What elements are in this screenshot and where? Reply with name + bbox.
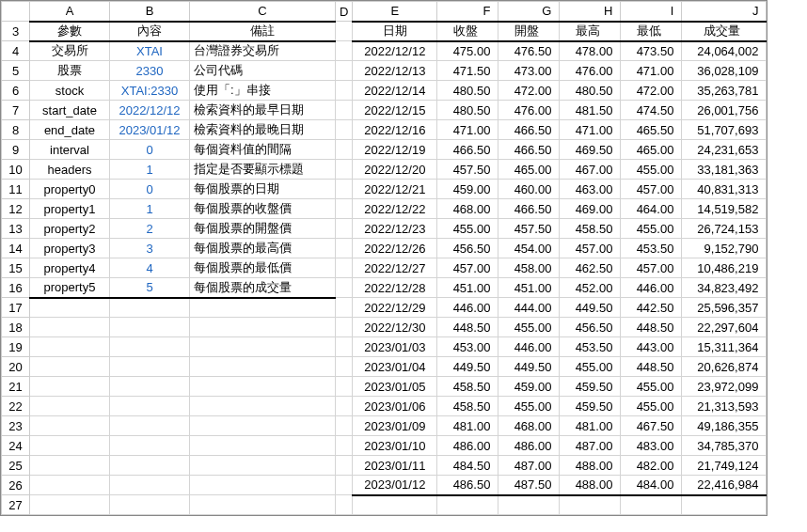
cell-I12[interactable]: 464.00 (621, 199, 682, 219)
cell-H19[interactable]: 453.50 (560, 337, 621, 357)
cell-E27[interactable] (353, 495, 437, 515)
cell-H3[interactable]: 最高 (560, 22, 621, 41)
cell-D6[interactable] (336, 81, 353, 101)
cell-J17[interactable]: 25,596,357 (682, 298, 767, 318)
cell-D12[interactable] (336, 199, 353, 219)
cell-F6[interactable]: 480.50 (437, 81, 498, 101)
cell-C13[interactable]: 每個股票的開盤價 (190, 219, 336, 239)
row-header[interactable]: 11 (2, 180, 30, 199)
cell-H4[interactable]: 478.00 (560, 41, 621, 61)
col-header-B[interactable]: B (110, 2, 190, 22)
cell-E21[interactable]: 2023/01/05 (353, 377, 437, 397)
cell-D18[interactable] (336, 318, 353, 337)
cell-G22[interactable]: 455.00 (498, 397, 560, 416)
corner-cell[interactable] (2, 2, 30, 22)
row-header[interactable]: 24 (2, 436, 30, 456)
cell-C12[interactable]: 每個股票的收盤價 (190, 199, 336, 219)
cell-I13[interactable]: 455.00 (621, 219, 682, 239)
cell-G6[interactable]: 472.00 (498, 81, 560, 101)
cell-J19[interactable]: 15,311,364 (682, 337, 767, 357)
cell-C26[interactable] (190, 476, 336, 495)
cell-I11[interactable]: 457.00 (621, 180, 682, 199)
row-header[interactable]: 6 (2, 81, 30, 101)
cell-I16[interactable]: 446.00 (621, 278, 682, 298)
cell-D10[interactable] (336, 160, 353, 180)
cell-G25[interactable]: 487.00 (498, 456, 560, 476)
cell-E11[interactable]: 2022/12/21 (353, 180, 437, 199)
cell-D24[interactable] (336, 436, 353, 456)
row-header[interactable]: 27 (2, 495, 30, 515)
row-header[interactable]: 10 (2, 160, 30, 180)
cell-F9[interactable]: 466.50 (437, 140, 498, 160)
cell-C9[interactable]: 每個資料值的間隔 (190, 140, 336, 160)
cell-E23[interactable]: 2023/01/09 (353, 416, 437, 436)
row-header[interactable]: 5 (2, 61, 30, 81)
row-header[interactable]: 25 (2, 456, 30, 476)
cell-I7[interactable]: 474.50 (621, 101, 682, 120)
cell-C5[interactable]: 公司代碼 (190, 61, 336, 81)
cell-J6[interactable]: 35,263,781 (682, 81, 767, 101)
cell-G23[interactable]: 468.00 (498, 416, 560, 436)
cell-A6[interactable]: stock (30, 81, 110, 101)
cell-B21[interactable] (110, 377, 190, 397)
cell-A24[interactable] (30, 436, 110, 456)
cell-D27[interactable] (336, 495, 353, 515)
cell-J18[interactable]: 22,297,604 (682, 318, 767, 337)
cell-E7[interactable]: 2022/12/15 (353, 101, 437, 120)
cell-C23[interactable] (190, 416, 336, 436)
cell-B13[interactable]: 2 (110, 219, 190, 239)
cell-D8[interactable] (336, 120, 353, 140)
cell-G10[interactable]: 465.00 (498, 160, 560, 180)
row-header[interactable]: 17 (2, 298, 30, 318)
cell-F10[interactable]: 457.50 (437, 160, 498, 180)
row-header[interactable]: 15 (2, 258, 30, 278)
cell-I6[interactable]: 472.00 (621, 81, 682, 101)
cell-C27[interactable] (190, 495, 336, 515)
row-header[interactable]: 8 (2, 120, 30, 140)
cell-E8[interactable]: 2022/12/16 (353, 120, 437, 140)
cell-B4[interactable]: XTAI (110, 41, 190, 61)
cell-E5[interactable]: 2022/12/13 (353, 61, 437, 81)
cell-D15[interactable] (336, 258, 353, 278)
cell-B19[interactable] (110, 337, 190, 357)
cell-F27[interactable] (437, 495, 498, 515)
cell-G26[interactable]: 487.50 (498, 476, 560, 495)
cell-A12[interactable]: property1 (30, 199, 110, 219)
cell-J27[interactable] (682, 495, 767, 515)
cell-E13[interactable]: 2022/12/23 (353, 219, 437, 239)
cell-G3[interactable]: 開盤 (498, 22, 560, 41)
cell-G15[interactable]: 458.00 (498, 258, 560, 278)
cell-I18[interactable]: 448.50 (621, 318, 682, 337)
cell-J7[interactable]: 26,001,756 (682, 101, 767, 120)
cell-F17[interactable]: 446.00 (437, 298, 498, 318)
cell-C7[interactable]: 檢索資料的最早日期 (190, 101, 336, 120)
cell-A11[interactable]: property0 (30, 180, 110, 199)
cell-E24[interactable]: 2023/01/10 (353, 436, 437, 456)
cell-H27[interactable] (560, 495, 621, 515)
cell-J5[interactable]: 36,028,109 (682, 61, 767, 81)
cell-D9[interactable] (336, 140, 353, 160)
cell-D23[interactable] (336, 416, 353, 436)
row-header[interactable]: 20 (2, 357, 30, 377)
cell-B26[interactable] (110, 476, 190, 495)
cell-A19[interactable] (30, 337, 110, 357)
cell-B14[interactable]: 3 (110, 239, 190, 258)
cell-G18[interactable]: 455.00 (498, 318, 560, 337)
row-header[interactable]: 21 (2, 377, 30, 397)
cell-H22[interactable]: 459.50 (560, 397, 621, 416)
row-header[interactable]: 26 (2, 476, 30, 495)
row-header[interactable]: 22 (2, 397, 30, 416)
cell-D17[interactable] (336, 298, 353, 318)
cell-I19[interactable]: 443.00 (621, 337, 682, 357)
cell-I14[interactable]: 453.50 (621, 239, 682, 258)
cell-H5[interactable]: 476.00 (560, 61, 621, 81)
cell-H21[interactable]: 459.50 (560, 377, 621, 397)
cell-G11[interactable]: 460.00 (498, 180, 560, 199)
cell-C3[interactable]: 備註 (190, 22, 336, 41)
cell-E16[interactable]: 2022/12/28 (353, 278, 437, 298)
cell-C18[interactable] (190, 318, 336, 337)
cell-F3[interactable]: 收盤 (437, 22, 498, 41)
col-header-J[interactable]: J (682, 2, 767, 22)
cell-D19[interactable] (336, 337, 353, 357)
cell-A13[interactable]: property2 (30, 219, 110, 239)
